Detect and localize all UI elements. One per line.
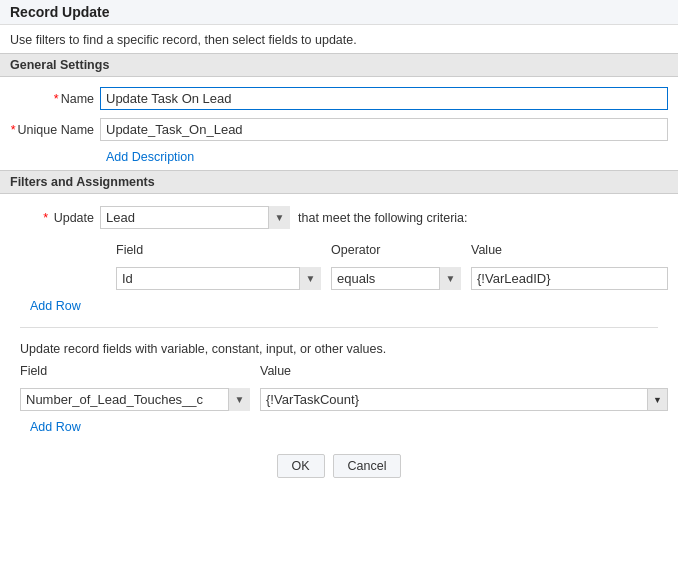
field-col-header: Field xyxy=(116,243,321,257)
operator-col-header: Operator xyxy=(331,243,461,257)
assignment-value-arrow-icon[interactable]: ▼ xyxy=(647,389,667,410)
divider xyxy=(20,327,658,328)
unique-name-row: *Unique Name xyxy=(10,118,668,141)
add-assignment-row-link[interactable]: Add Row xyxy=(30,420,81,434)
update-select[interactable]: Lead xyxy=(100,206,290,229)
update-fields-desc: Update record fields with variable, cons… xyxy=(10,342,668,364)
assignment-column-headers: Field Value xyxy=(10,364,668,382)
field-select-wrapper: Id ▼ xyxy=(116,267,321,290)
page-title: Record Update xyxy=(10,4,110,20)
assignment-field-select-wrapper: Number_of_Lead_Touches__c ▼ xyxy=(20,388,250,411)
assignment-value-col-header: Value xyxy=(260,364,668,378)
add-description-link[interactable]: Add Description xyxy=(106,150,194,164)
title-bar: Record Update xyxy=(0,0,678,25)
unique-name-input[interactable] xyxy=(100,118,668,141)
assignment-value-input[interactable] xyxy=(261,389,647,410)
value-col-header: Value xyxy=(471,243,668,257)
filter-value-input[interactable] xyxy=(471,267,668,290)
assignment-row-1: Number_of_Lead_Touches__c ▼ ▼ xyxy=(10,388,668,411)
criteria-text: that meet the following criteria: xyxy=(298,211,468,225)
assignment-value-wrapper: ▼ xyxy=(260,388,668,411)
field-select[interactable]: Id xyxy=(116,267,321,290)
filters-body: * Update Lead ▼ that meet the following … xyxy=(0,194,678,440)
update-select-wrapper: Lead ▼ xyxy=(100,206,290,229)
filters-header: Filters and Assignments xyxy=(0,170,678,194)
add-filter-row-link[interactable]: Add Row xyxy=(30,299,81,313)
bottom-buttons: OK Cancel xyxy=(0,440,678,488)
name-row: *Name xyxy=(10,87,668,110)
name-label: *Name xyxy=(10,92,100,106)
general-settings-body: *Name *Unique Name Add Description xyxy=(0,77,678,170)
operator-select[interactable]: equals xyxy=(331,267,461,290)
update-label: * Update xyxy=(10,211,100,225)
assignment-field-select[interactable]: Number_of_Lead_Touches__c xyxy=(20,388,250,411)
cancel-button[interactable]: Cancel xyxy=(333,454,402,478)
general-settings-header: General Settings xyxy=(0,53,678,77)
add-assignment-row-container: Add Row xyxy=(20,419,668,434)
operator-select-wrapper: equals ▼ xyxy=(331,267,461,290)
name-input[interactable] xyxy=(100,87,668,110)
assignment-field-col-header: Field xyxy=(20,364,250,378)
filter-column-headers: Field Operator Value xyxy=(10,243,668,261)
ok-button[interactable]: OK xyxy=(277,454,325,478)
filter-row-1: Id ▼ equals ▼ xyxy=(10,267,668,290)
update-row: * Update Lead ▼ that meet the following … xyxy=(10,206,668,229)
subtitle: Use filters to find a specific record, t… xyxy=(0,25,678,53)
add-filter-row-container: Add Row xyxy=(20,298,668,313)
unique-name-label: *Unique Name xyxy=(10,123,100,137)
